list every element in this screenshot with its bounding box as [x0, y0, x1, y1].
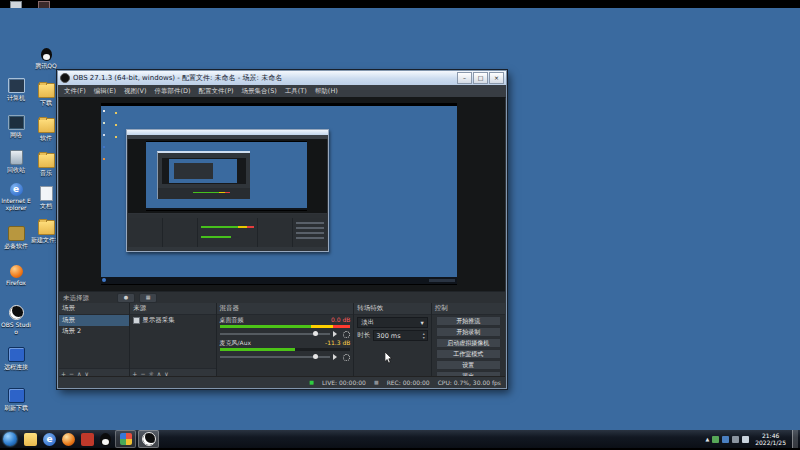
app-icon: [8, 388, 25, 403]
recycle-bin-icon: [10, 150, 23, 165]
mini-meter-mic: [201, 236, 239, 238]
menu-scene-collection[interactable]: 场景集合(S): [238, 87, 281, 96]
desktop-icon-label: 必备软件: [1, 242, 31, 249]
menu-view[interactable]: 视图(V): [120, 87, 151, 96]
desktop-icon-label: 计算机: [1, 94, 31, 101]
mini-preview: [128, 139, 327, 213]
rec-indicator-icon: ■: [374, 379, 379, 385]
volume-tray-icon[interactable]: [732, 436, 739, 443]
menu-help[interactable]: 帮助(H): [311, 87, 342, 96]
duration-spinner[interactable]: 300 ms ▴ ▾: [373, 330, 427, 341]
network-tray-icon[interactable]: [722, 436, 729, 443]
menu-profile[interactable]: 配置文件(P): [195, 87, 238, 96]
volume-meter: [220, 325, 351, 328]
obs-titlebar[interactable]: OBS 27.1.3 (64-bit, windows) - 配置文件: 未命名…: [58, 71, 506, 85]
desktop-icon-recycle-bin[interactable]: 回收站: [1, 150, 31, 173]
sources-dock: 来源 显示器采集 + − ☼ ∧ ∨: [129, 303, 215, 378]
desktop-icon-refresh[interactable]: 刷新下载: [1, 388, 31, 411]
start-streaming-button[interactable]: 开始推流: [436, 316, 501, 326]
volume-slider-thumb[interactable]: [313, 354, 318, 359]
media-player-icon[interactable]: [62, 433, 75, 446]
studio-mode-button[interactable]: 工作室模式: [436, 349, 501, 359]
desktop-icon-qq[interactable]: 腾讯QQ: [31, 48, 61, 69]
clock-date: 2022/1/25: [755, 439, 786, 446]
clock-time: 21:46: [755, 432, 786, 439]
desktop-icon-computer[interactable]: 计算机: [1, 78, 31, 101]
controls-dock-title[interactable]: 控制: [432, 303, 505, 315]
ie-icon: e: [10, 183, 23, 196]
preview-zoom-button[interactable]: ▦: [139, 293, 157, 303]
mini-obs-window-3: [174, 163, 213, 180]
transitions-body: 淡出 ▾ 时长 300 ms ▴ ▾: [354, 315, 430, 378]
taskbar-clock[interactable]: 21:46 2022/1/25: [752, 432, 789, 446]
desktop-icon-obs[interactable]: OBS Studio: [1, 305, 31, 335]
transition-select[interactable]: 淡出 ▾: [357, 317, 427, 328]
tray-expand-icon[interactable]: ▲: [705, 436, 709, 442]
mini-statusbar: [128, 247, 327, 250]
preview-lock-button[interactable]: ●: [117, 293, 135, 303]
start-recording-button[interactable]: 开始录制: [436, 327, 501, 337]
desktop-icon-label: 网络: [1, 131, 31, 138]
mixer-dock: 混音器 桌面音频 0.0 dB: [216, 303, 354, 378]
speaker-icon[interactable]: [333, 354, 340, 360]
app-icon[interactable]: [81, 433, 94, 446]
input-method-tray-icon[interactable]: [742, 436, 749, 443]
duration-label: 时长: [357, 331, 370, 340]
maximize-button[interactable]: □: [473, 72, 488, 84]
volume-slider-thumb[interactable]: [313, 331, 318, 336]
source-item-label: 显示器采集: [142, 316, 175, 325]
folder-icon: [8, 226, 25, 241]
show-desktop-button[interactable]: [792, 430, 798, 448]
source-visible-checkbox[interactable]: [133, 317, 140, 324]
desktop-icon-remote[interactable]: 远程连接: [1, 347, 31, 370]
mini-captured-desktop-2: [146, 141, 307, 211]
minimize-button[interactable]: –: [457, 72, 472, 84]
volume-slider[interactable]: [220, 333, 331, 335]
transition-selected-label: 淡出: [361, 318, 374, 327]
live-indicator-icon: ■: [309, 379, 314, 385]
mini-meter-desktop-audio: [201, 226, 255, 228]
mixer-channel-mic: 麦克风/Aux -11.3 dB: [217, 338, 354, 361]
sources-dock-title[interactable]: 来源: [130, 303, 215, 315]
document-icon: [40, 186, 53, 201]
ie-icon[interactable]: e: [43, 433, 56, 446]
folder-icon: [38, 118, 55, 133]
source-item[interactable]: 显示器采集: [130, 315, 215, 326]
security-tray-icon[interactable]: [712, 436, 719, 443]
menu-edit[interactable]: 编辑(E): [90, 87, 120, 96]
taskbar-open-obs[interactable]: [138, 430, 159, 448]
settings-button[interactable]: 设置: [436, 360, 501, 370]
menu-tools[interactable]: 工具(T): [281, 87, 311, 96]
scene-item[interactable]: 场景: [59, 315, 129, 326]
explorer-icon[interactable]: [24, 433, 37, 446]
mixer-dock-title[interactable]: 混音器: [217, 303, 354, 315]
desktop-icon-software[interactable]: 必备软件: [1, 226, 31, 249]
mini-preview-2: [162, 158, 247, 184]
desktop-icon-ie[interactable]: e Internet Explorer: [1, 183, 31, 211]
transitions-dock-title[interactable]: 转场特效: [354, 303, 430, 315]
obs-logo-icon: [60, 73, 70, 83]
start-virtual-camera-button[interactable]: 启动虚拟摄像机: [436, 338, 501, 348]
menu-file[interactable]: 文件(F): [60, 87, 90, 96]
speaker-icon[interactable]: [333, 331, 340, 337]
rec-timer: REC: 00:00:00: [387, 379, 430, 386]
screenshot-tool-icon: [120, 433, 132, 445]
start-button[interactable]: [3, 432, 17, 446]
close-button[interactable]: ×: [489, 72, 504, 84]
obs-preview[interactable]: [59, 97, 505, 291]
desktop-icon-firefox[interactable]: Firefox: [1, 265, 31, 286]
qq-icon[interactable]: [100, 433, 111, 446]
spinner-down-icon[interactable]: ▾: [423, 336, 425, 340]
channel-name: 麦克风/Aux: [220, 339, 251, 347]
channel-settings-icon[interactable]: [343, 331, 350, 338]
scenes-list: 场景 场景 2: [59, 315, 129, 368]
scenes-dock-title[interactable]: 场景: [59, 303, 129, 315]
desktop-icon-network[interactable]: 网络: [1, 115, 31, 138]
taskbar-open-app[interactable]: [115, 430, 136, 448]
desktop-icon-label: 远程连接: [1, 363, 31, 370]
desktop-icon-label: OBS Studio: [1, 321, 31, 335]
channel-settings-icon[interactable]: [343, 354, 350, 361]
scene-item[interactable]: 场景 2: [59, 326, 129, 337]
menu-docks[interactable]: 停靠部件(D): [151, 87, 195, 96]
volume-slider[interactable]: [220, 356, 331, 358]
